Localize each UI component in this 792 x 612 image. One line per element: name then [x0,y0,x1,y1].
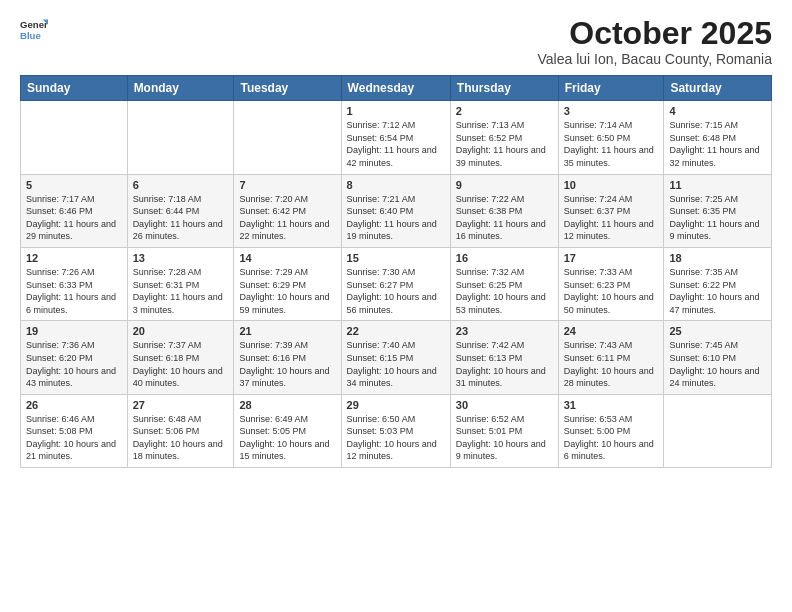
calendar-cell: 15Sunrise: 7:30 AM Sunset: 6:27 PM Dayli… [341,247,450,320]
calendar-cell: 5Sunrise: 7:17 AM Sunset: 6:46 PM Daylig… [21,174,128,247]
calendar-table: SundayMondayTuesdayWednesdayThursdayFrid… [20,75,772,468]
day-info: Sunrise: 7:40 AM Sunset: 6:15 PM Dayligh… [347,339,445,389]
day-info: Sunrise: 6:53 AM Sunset: 5:00 PM Dayligh… [564,413,659,463]
calendar-cell [664,394,772,467]
day-number: 13 [133,252,229,264]
calendar-cell: 22Sunrise: 7:40 AM Sunset: 6:15 PM Dayli… [341,321,450,394]
day-number: 31 [564,399,659,411]
day-info: Sunrise: 7:15 AM Sunset: 6:48 PM Dayligh… [669,119,766,169]
calendar-cell [127,101,234,174]
day-info: Sunrise: 7:26 AM Sunset: 6:33 PM Dayligh… [26,266,122,316]
day-number: 20 [133,325,229,337]
calendar-cell: 29Sunrise: 6:50 AM Sunset: 5:03 PM Dayli… [341,394,450,467]
calendar-cell: 28Sunrise: 6:49 AM Sunset: 5:05 PM Dayli… [234,394,341,467]
day-number: 14 [239,252,335,264]
day-info: Sunrise: 7:30 AM Sunset: 6:27 PM Dayligh… [347,266,445,316]
day-info: Sunrise: 7:13 AM Sunset: 6:52 PM Dayligh… [456,119,553,169]
day-number: 26 [26,399,122,411]
day-number: 18 [669,252,766,264]
day-number: 12 [26,252,122,264]
day-info: Sunrise: 7:33 AM Sunset: 6:23 PM Dayligh… [564,266,659,316]
calendar-cell: 31Sunrise: 6:53 AM Sunset: 5:00 PM Dayli… [558,394,664,467]
calendar-cell: 18Sunrise: 7:35 AM Sunset: 6:22 PM Dayli… [664,247,772,320]
day-number: 4 [669,105,766,117]
calendar-cell: 4Sunrise: 7:15 AM Sunset: 6:48 PM Daylig… [664,101,772,174]
calendar-day-header: Monday [127,76,234,101]
day-info: Sunrise: 7:22 AM Sunset: 6:38 PM Dayligh… [456,193,553,243]
day-number: 1 [347,105,445,117]
day-number: 15 [347,252,445,264]
day-number: 30 [456,399,553,411]
header: General Blue October 2025 Valea lui Ion,… [20,16,772,67]
calendar-cell: 24Sunrise: 7:43 AM Sunset: 6:11 PM Dayli… [558,321,664,394]
day-number: 5 [26,179,122,191]
svg-text:General: General [20,19,48,30]
day-info: Sunrise: 6:50 AM Sunset: 5:03 PM Dayligh… [347,413,445,463]
day-number: 9 [456,179,553,191]
day-number: 19 [26,325,122,337]
calendar-cell [234,101,341,174]
day-number: 2 [456,105,553,117]
calendar-cell: 20Sunrise: 7:37 AM Sunset: 6:18 PM Dayli… [127,321,234,394]
calendar-day-header: Saturday [664,76,772,101]
calendar-cell: 6Sunrise: 7:18 AM Sunset: 6:44 PM Daylig… [127,174,234,247]
day-number: 16 [456,252,553,264]
day-info: Sunrise: 6:48 AM Sunset: 5:06 PM Dayligh… [133,413,229,463]
day-info: Sunrise: 7:36 AM Sunset: 6:20 PM Dayligh… [26,339,122,389]
calendar-cell: 23Sunrise: 7:42 AM Sunset: 6:13 PM Dayli… [450,321,558,394]
logo-icon: General Blue [20,16,48,44]
calendar-cell: 30Sunrise: 6:52 AM Sunset: 5:01 PM Dayli… [450,394,558,467]
svg-text:Blue: Blue [20,30,41,41]
day-info: Sunrise: 7:14 AM Sunset: 6:50 PM Dayligh… [564,119,659,169]
day-info: Sunrise: 6:49 AM Sunset: 5:05 PM Dayligh… [239,413,335,463]
calendar-cell: 13Sunrise: 7:28 AM Sunset: 6:31 PM Dayli… [127,247,234,320]
calendar-day-header: Tuesday [234,76,341,101]
main-title: October 2025 [537,16,772,51]
calendar-day-header: Sunday [21,76,128,101]
day-info: Sunrise: 7:20 AM Sunset: 6:42 PM Dayligh… [239,193,335,243]
day-number: 11 [669,179,766,191]
calendar-day-header: Wednesday [341,76,450,101]
day-info: Sunrise: 7:28 AM Sunset: 6:31 PM Dayligh… [133,266,229,316]
day-info: Sunrise: 7:18 AM Sunset: 6:44 PM Dayligh… [133,193,229,243]
day-info: Sunrise: 7:43 AM Sunset: 6:11 PM Dayligh… [564,339,659,389]
title-block: October 2025 Valea lui Ion, Bacau County… [537,16,772,67]
calendar-cell: 21Sunrise: 7:39 AM Sunset: 6:16 PM Dayli… [234,321,341,394]
day-number: 22 [347,325,445,337]
day-info: Sunrise: 7:24 AM Sunset: 6:37 PM Dayligh… [564,193,659,243]
day-number: 7 [239,179,335,191]
calendar-cell: 19Sunrise: 7:36 AM Sunset: 6:20 PM Dayli… [21,321,128,394]
day-number: 10 [564,179,659,191]
day-number: 23 [456,325,553,337]
calendar-cell: 17Sunrise: 7:33 AM Sunset: 6:23 PM Dayli… [558,247,664,320]
day-info: Sunrise: 7:42 AM Sunset: 6:13 PM Dayligh… [456,339,553,389]
calendar-cell: 16Sunrise: 7:32 AM Sunset: 6:25 PM Dayli… [450,247,558,320]
day-info: Sunrise: 7:39 AM Sunset: 6:16 PM Dayligh… [239,339,335,389]
day-number: 21 [239,325,335,337]
day-info: Sunrise: 7:21 AM Sunset: 6:40 PM Dayligh… [347,193,445,243]
day-number: 17 [564,252,659,264]
calendar-cell: 11Sunrise: 7:25 AM Sunset: 6:35 PM Dayli… [664,174,772,247]
calendar-cell: 12Sunrise: 7:26 AM Sunset: 6:33 PM Dayli… [21,247,128,320]
day-number: 27 [133,399,229,411]
day-number: 25 [669,325,766,337]
calendar-week-row: 12Sunrise: 7:26 AM Sunset: 6:33 PM Dayli… [21,247,772,320]
day-info: Sunrise: 7:37 AM Sunset: 6:18 PM Dayligh… [133,339,229,389]
calendar-cell: 3Sunrise: 7:14 AM Sunset: 6:50 PM Daylig… [558,101,664,174]
day-info: Sunrise: 7:32 AM Sunset: 6:25 PM Dayligh… [456,266,553,316]
day-number: 6 [133,179,229,191]
day-number: 24 [564,325,659,337]
day-number: 8 [347,179,445,191]
calendar-cell: 27Sunrise: 6:48 AM Sunset: 5:06 PM Dayli… [127,394,234,467]
calendar-cell [21,101,128,174]
day-info: Sunrise: 7:29 AM Sunset: 6:29 PM Dayligh… [239,266,335,316]
day-number: 29 [347,399,445,411]
calendar-cell: 1Sunrise: 7:12 AM Sunset: 6:54 PM Daylig… [341,101,450,174]
logo: General Blue [20,16,48,44]
calendar-cell: 2Sunrise: 7:13 AM Sunset: 6:52 PM Daylig… [450,101,558,174]
subtitle: Valea lui Ion, Bacau County, Romania [537,51,772,67]
calendar-cell: 26Sunrise: 6:46 AM Sunset: 5:08 PM Dayli… [21,394,128,467]
day-number: 28 [239,399,335,411]
day-info: Sunrise: 7:45 AM Sunset: 6:10 PM Dayligh… [669,339,766,389]
day-info: Sunrise: 6:46 AM Sunset: 5:08 PM Dayligh… [26,413,122,463]
